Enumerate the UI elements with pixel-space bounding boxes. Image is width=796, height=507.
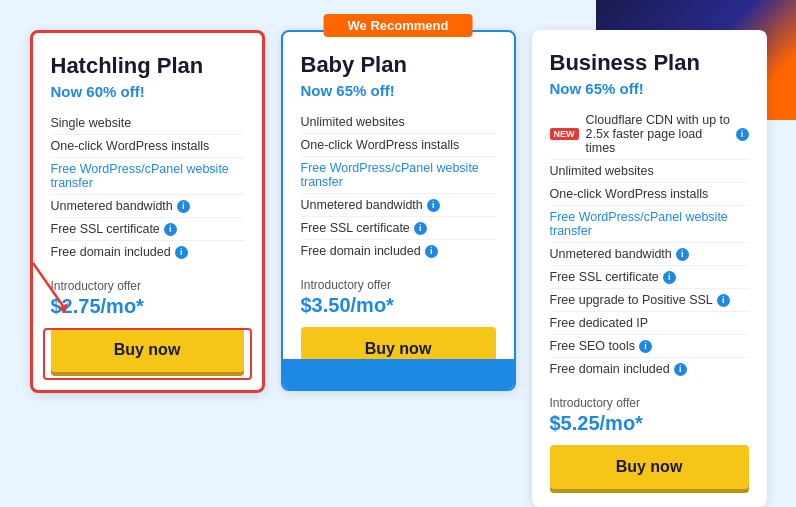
- price-baby: $3.50/mo*: [301, 294, 496, 317]
- list-item: Unmetered bandwidth i: [550, 243, 749, 266]
- info-icon: i: [736, 128, 749, 141]
- list-item: Free domain included i: [550, 358, 749, 380]
- price-business: $5.25/mo*: [550, 412, 749, 435]
- pricing-section-baby: Introductory offer $3.50/mo* Buy now: [301, 278, 496, 371]
- plan-discount-hatchling: Now 60% off!: [51, 83, 244, 100]
- plan-features-business: NEWCloudflare CDN with up to 2.5x faster…: [550, 109, 749, 380]
- info-icon: i: [427, 199, 440, 212]
- new-badge: NEW: [550, 128, 579, 140]
- list-item: Unlimited websites: [550, 160, 749, 183]
- list-item: Unlimited websites: [301, 111, 496, 134]
- plan-card-baby: We Recommend Baby Plan Now 65% off! Unli…: [281, 30, 516, 391]
- info-icon: i: [414, 222, 427, 235]
- intro-label-business: Introductory offer: [550, 396, 749, 410]
- info-icon: i: [639, 340, 652, 353]
- info-icon: i: [674, 363, 687, 376]
- intro-label-baby: Introductory offer: [301, 278, 496, 292]
- list-item: Free upgrade to Positive SSL i: [550, 289, 749, 312]
- svg-line-0: [33, 263, 63, 306]
- plan-card-hatchling: Hatchling Plan Now 60% off! Single websi…: [30, 30, 265, 393]
- list-item: Free SSL certificate i: [550, 266, 749, 289]
- list-item: Unmetered bandwidth i: [301, 194, 496, 217]
- list-item: Free WordPress/cPanel website transfer: [550, 206, 749, 243]
- baby-plan-footer: [283, 359, 514, 389]
- plan-features-hatchling: Single website One-click WordPress insta…: [51, 112, 244, 263]
- list-item: NEWCloudflare CDN with up to 2.5x faster…: [550, 109, 749, 160]
- plan-card-business: Business Plan Now 65% off! NEWCloudflare…: [532, 30, 767, 507]
- list-item: Free WordPress/cPanel website transfer: [51, 158, 244, 195]
- plan-discount-baby: Now 65% off!: [301, 82, 496, 99]
- info-icon: i: [425, 245, 438, 258]
- plan-name-hatchling: Hatchling Plan: [51, 53, 244, 79]
- list-item: Single website: [51, 112, 244, 135]
- list-item: Free WordPress/cPanel website transfer: [301, 157, 496, 194]
- buy-button-hatchling[interactable]: Buy now: [51, 328, 244, 372]
- info-icon: i: [676, 248, 689, 261]
- plans-container: Hatchling Plan Now 60% off! Single websi…: [30, 30, 767, 507]
- info-icon: i: [717, 294, 730, 307]
- list-item: Free SSL certificate i: [301, 217, 496, 240]
- info-icon: i: [177, 200, 190, 213]
- list-item: Free dedicated IP: [550, 312, 749, 335]
- list-item: Free SEO tools i: [550, 335, 749, 358]
- info-icon: i: [164, 223, 177, 236]
- recommend-badge: We Recommend: [324, 14, 473, 37]
- plan-name-baby: Baby Plan: [301, 52, 496, 78]
- pricing-section-business: Introductory offer $5.25/mo* Buy now: [550, 396, 749, 489]
- list-item: Free SSL certificate i: [51, 218, 244, 241]
- plan-features-baby: Unlimited websites One-click WordPress i…: [301, 111, 496, 262]
- list-item: Unmetered bandwidth i: [51, 195, 244, 218]
- list-item: One-click WordPress installs: [51, 135, 244, 158]
- list-item: Free domain included i: [301, 240, 496, 262]
- arrow-annotation: [3, 258, 93, 318]
- list-item: One-click WordPress installs: [550, 183, 749, 206]
- buy-button-business[interactable]: Buy now: [550, 445, 749, 489]
- info-icon: i: [175, 246, 188, 259]
- list-item: One-click WordPress installs: [301, 134, 496, 157]
- plan-name-business: Business Plan: [550, 50, 749, 76]
- info-icon: i: [663, 271, 676, 284]
- plan-discount-business: Now 65% off!: [550, 80, 749, 97]
